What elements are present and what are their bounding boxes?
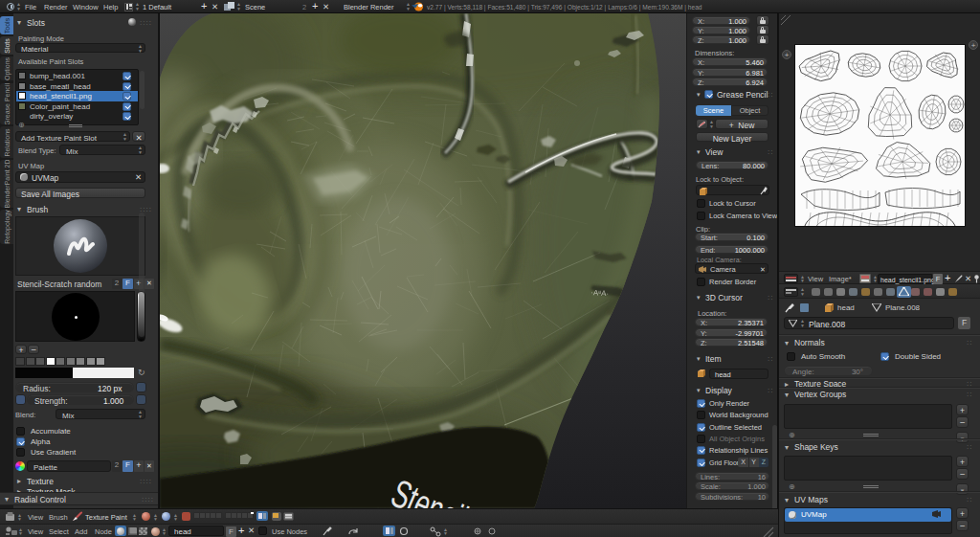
svg-text:·AʶA·: ·AʶA· [590, 288, 610, 298]
